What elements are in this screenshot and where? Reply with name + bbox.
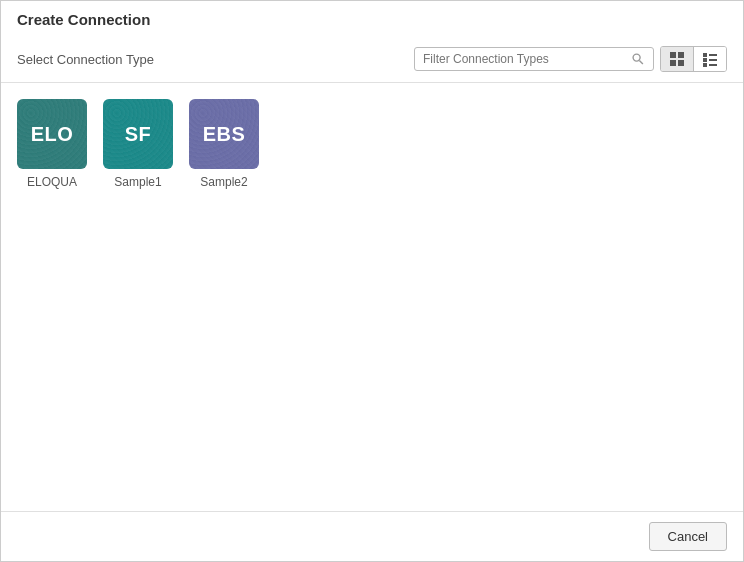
eloqua-name: ELOQUA [27,175,77,189]
view-toggle [660,46,727,72]
svg-rect-5 [678,60,684,66]
svg-rect-9 [709,59,717,61]
filter-area [414,46,727,72]
list-view-button[interactable] [694,47,726,71]
svg-rect-8 [703,58,707,62]
cancel-button[interactable]: Cancel [649,522,727,551]
svg-point-0 [633,54,640,61]
grid-icon [669,51,685,67]
search-icon [631,52,645,66]
filter-input-wrapper [414,47,654,71]
grid-view-button[interactable] [661,47,694,71]
connection-tile-sample2: EBS [189,99,259,169]
connection-tile-sample1: SF [103,99,173,169]
connection-grid: ELO ELOQUA SF Sample1 EBS Sample2 [17,99,727,189]
svg-rect-6 [703,53,707,57]
svg-rect-2 [670,52,676,58]
dialog-subheader: Select Connection Type [17,38,727,76]
list-icon [702,51,718,67]
dialog-footer: Cancel [1,512,743,561]
svg-rect-10 [703,63,707,67]
connection-tile-eloqua: ELO [17,99,87,169]
svg-line-1 [639,60,643,64]
select-connection-label: Select Connection Type [17,52,154,67]
eloqua-abbr: ELO [31,123,74,146]
svg-rect-4 [670,60,676,66]
sample2-abbr: EBS [203,123,246,146]
sample2-name: Sample2 [200,175,247,189]
sample1-name: Sample1 [114,175,161,189]
dialog-title: Create Connection [17,11,727,28]
dialog-header: Create Connection Select Connection Type [1,1,743,83]
svg-rect-3 [678,52,684,58]
svg-rect-11 [709,64,717,66]
connection-item-sample1[interactable]: SF Sample1 [103,99,173,189]
filter-input[interactable] [423,52,631,66]
dialog-body: ELO ELOQUA SF Sample1 EBS Sample2 [1,83,743,512]
create-connection-dialog: Create Connection Select Connection Type [0,0,744,562]
connection-item-eloqua[interactable]: ELO ELOQUA [17,99,87,189]
sample1-abbr: SF [125,123,152,146]
connection-item-sample2[interactable]: EBS Sample2 [189,99,259,189]
svg-rect-7 [709,54,717,56]
